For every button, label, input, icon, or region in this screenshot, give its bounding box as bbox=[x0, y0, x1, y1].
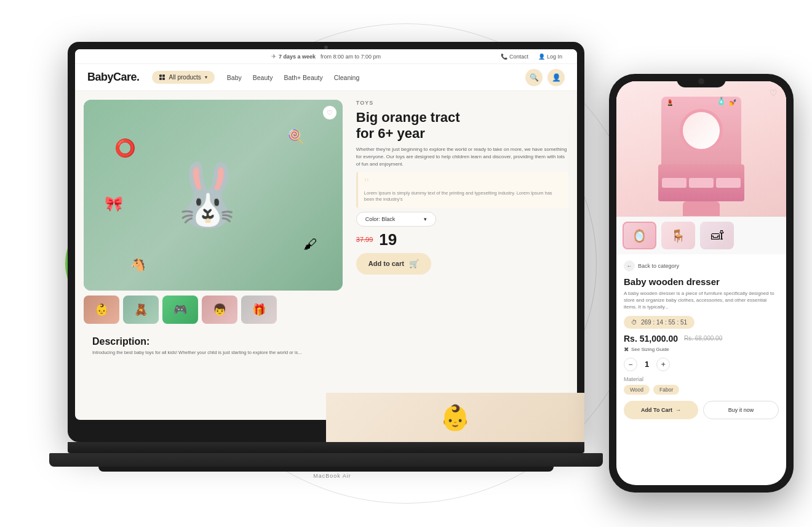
account-button[interactable]: 👤 bbox=[547, 69, 565, 86]
phone-thumb-1[interactable]: 🪞 bbox=[623, 222, 656, 249]
back-button[interactable]: ← Back to category bbox=[624, 260, 779, 272]
phone-icon: 📞 bbox=[501, 54, 507, 60]
login-link[interactable]: 👤 Log In bbox=[538, 54, 562, 60]
quote-block: " Lorem Ipsum is simply dummy text of th… bbox=[356, 172, 568, 208]
nav-cleaning[interactable]: Cleaning bbox=[334, 74, 359, 81]
phone-product-image: 💄 💅 🧴 ♡ bbox=[616, 81, 786, 217]
contact-link[interactable]: 📞 Contact bbox=[501, 54, 528, 60]
phone-price-row: Rs. 51,000.00 Rs. 68,000.00 bbox=[624, 334, 779, 344]
quantity-value: 1 bbox=[645, 360, 649, 369]
search-button[interactable]: 🔍 bbox=[525, 69, 543, 86]
wishlist-button[interactable]: ♡ bbox=[323, 106, 336, 119]
laptop-model: MacBook Air bbox=[313, 473, 351, 479]
brand-logo: BabyCare. bbox=[87, 71, 140, 84]
phone-product-name: Baby wooden dresser bbox=[624, 276, 779, 287]
dresser-top: 💄 💅 🧴 bbox=[661, 97, 741, 164]
ring-toy: ⭕ bbox=[114, 138, 136, 158]
phone-camera bbox=[698, 78, 704, 84]
dresser-stool bbox=[683, 201, 720, 216]
quote-mark: " bbox=[364, 177, 562, 189]
phone-bottom-buttons: Add To Cart → Buy it now bbox=[624, 401, 779, 419]
teether-toy: 🍭 bbox=[287, 129, 304, 145]
phone-device: 💄 💅 🧴 ♡ 🪞 bbox=[609, 74, 794, 493]
product-main-image: 🐰 ⭕ 🎀 🍭 🖌 🐴 ♡ bbox=[84, 100, 343, 291]
sizing-guide[interactable]: ✖ See Sizing Guide bbox=[624, 346, 779, 353]
phone-notch bbox=[677, 74, 726, 87]
timer-icon: ⏱ bbox=[631, 319, 637, 326]
material-tags: Wood Fabor bbox=[624, 385, 779, 395]
product-detail-col: TOYS Big orange tract for 6+ year Whethe… bbox=[351, 91, 577, 405]
phone-price-main: Rs. 51,000.00 bbox=[624, 334, 678, 344]
nav-beauty[interactable]: Beauty bbox=[253, 74, 273, 81]
description-section: Description: Introducing the best baby t… bbox=[84, 329, 343, 364]
dresser-drawer-3 bbox=[716, 178, 741, 188]
description-title: Description: bbox=[92, 336, 334, 347]
topbar-schedule: 7 days a week bbox=[279, 54, 316, 60]
description-text: Introducing the best baby toys for all k… bbox=[92, 350, 334, 356]
laptop-base-bottom bbox=[98, 467, 554, 472]
laptop-hinge bbox=[68, 442, 584, 453]
plane-icon: ✈ bbox=[271, 53, 276, 60]
bottom-panel-img: 👶 bbox=[326, 393, 577, 420]
material-wood[interactable]: Wood bbox=[624, 385, 650, 395]
dresser-mirror bbox=[680, 109, 723, 152]
phone-wishlist-button[interactable]: ♡ bbox=[766, 86, 780, 100]
back-circle: ← bbox=[624, 260, 635, 272]
add-to-cart-button[interactable]: Add to cart 🛒 bbox=[356, 253, 431, 275]
site-topbar: ✈ 7 days a week from 8:00 am to 7:00 pm … bbox=[75, 49, 577, 64]
price-old: 37.99 bbox=[356, 236, 373, 243]
phone-body: ← Back to category Baby wooden dresser A… bbox=[616, 254, 786, 425]
phone-buy-now-button[interactable]: Buy it now bbox=[703, 401, 779, 419]
dresser-body bbox=[658, 164, 744, 201]
product-category: TOYS bbox=[356, 100, 568, 106]
thumbnail-3[interactable]: 🎮 bbox=[162, 296, 198, 324]
phone-thumb-3[interactable]: 🛋 bbox=[700, 222, 734, 249]
chevron-down-icon: ▾ bbox=[205, 74, 207, 80]
color-dropdown[interactable]: Color: Black ▾ bbox=[356, 212, 436, 227]
nav-baby[interactable]: Baby bbox=[227, 74, 242, 81]
thumbnail-2[interactable]: 🧸 bbox=[123, 296, 159, 324]
phone-outer: 💄 💅 🧴 ♡ 🪞 bbox=[609, 74, 794, 493]
nav-bath-beauty[interactable]: Bath+ Beauty bbox=[284, 74, 322, 81]
rattle-toy: 🎀 bbox=[105, 195, 123, 212]
user-icon: 👤 bbox=[538, 54, 545, 60]
quantity-increase-button[interactable]: + bbox=[656, 358, 670, 371]
price-new: 19 bbox=[379, 230, 397, 249]
color-selector: Color: Black ▾ bbox=[356, 212, 568, 227]
material-row: Material Wood Fabor bbox=[624, 376, 779, 395]
quantity-row: − 1 + bbox=[624, 358, 779, 371]
thumbnail-5[interactable]: 🎁 bbox=[241, 296, 277, 324]
dresser-drawer-1 bbox=[662, 178, 687, 188]
product-title: Big orange tract for 6+ year bbox=[356, 110, 568, 142]
thumbnail-1[interactable]: 👶 bbox=[84, 296, 119, 324]
price-section: 37.99 19 bbox=[356, 230, 568, 249]
laptop-device: ✈ 7 days a week from 8:00 am to 7:00 pm … bbox=[68, 42, 597, 510]
material-fabor[interactable]: Fabor bbox=[653, 385, 679, 395]
phone-screen: 💄 💅 🧴 ♡ 🪞 bbox=[616, 81, 786, 485]
phone-thumb-2[interactable]: 🪑 bbox=[661, 222, 695, 249]
material-label: Material bbox=[624, 376, 779, 382]
product-images-col: 🐰 ⭕ 🎀 🍭 🖌 🐴 ♡ 👶 bbox=[75, 91, 351, 405]
grid-icon bbox=[159, 74, 165, 81]
nav-actions: 🔍 👤 bbox=[525, 69, 565, 86]
thumbnail-4[interactable]: 👦 bbox=[202, 296, 237, 324]
scene: ✈ 7 days a week from 8:00 am to 7:00 pm … bbox=[0, 0, 812, 527]
product-desc-text: Whether they're just beginning to explor… bbox=[356, 146, 568, 168]
dresser-drawer-2 bbox=[689, 178, 714, 188]
phone-timer: ⏱ 269 : 14 : 55 : 51 bbox=[624, 316, 695, 329]
timer-value: 269 : 14 : 55 : 51 bbox=[641, 319, 687, 326]
bunny-toy: 🐰 bbox=[169, 159, 246, 231]
arrow-right-icon: → bbox=[675, 407, 681, 413]
topbar-right: 📞 Contact 👤 Log In bbox=[501, 54, 562, 60]
laptop-screen-outer: ✈ 7 days a week from 8:00 am to 7:00 pm … bbox=[68, 42, 584, 442]
chevron-down-icon: ▾ bbox=[424, 216, 427, 222]
quantity-decrease-button[interactable]: − bbox=[624, 358, 637, 371]
nav-links: Baby Beauty Bath+ Beauty Cleaning bbox=[227, 74, 359, 81]
laptop-screen-inner: ✈ 7 days a week from 8:00 am to 7:00 pm … bbox=[75, 49, 577, 420]
ruler-icon: ✖ bbox=[624, 346, 629, 353]
phone-product-desc: A baby wooden dresser is a piece of furn… bbox=[624, 290, 779, 311]
phone-price-old: Rs. 68,000.00 bbox=[684, 335, 722, 342]
phone-add-to-cart-button[interactable]: Add To Cart → bbox=[624, 401, 698, 419]
all-products-dropdown[interactable]: All products ▾ bbox=[152, 71, 215, 84]
site-navbar: BabyCare. All products ▾ Baby Beauty Bat… bbox=[75, 64, 577, 91]
